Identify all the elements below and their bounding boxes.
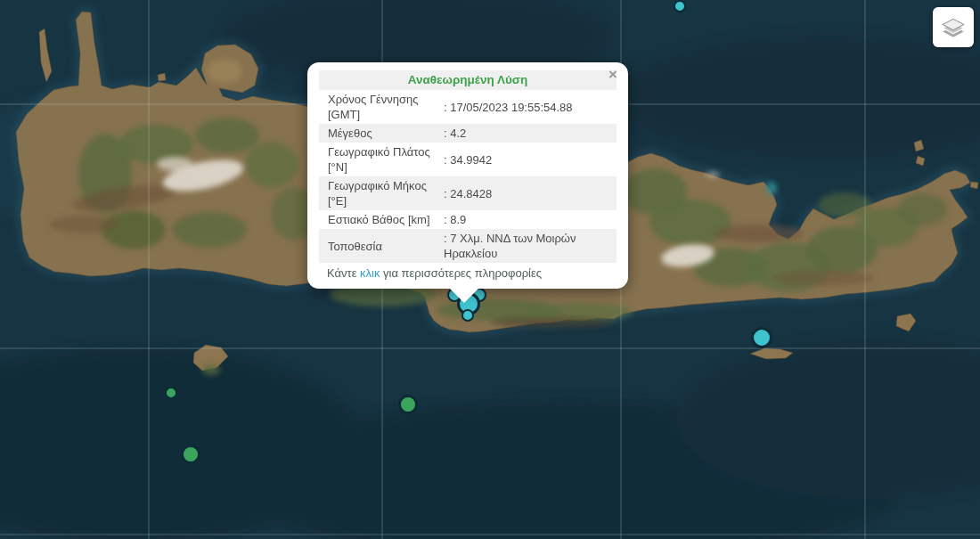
more-info-link[interactable]: κλικ [360, 266, 380, 280]
popup-row-location: Τοποθεσία : 7 Χλμ. ΝΝΔ των Μοιρών Ηρακλε… [319, 229, 617, 263]
row-value: : 8.9 [444, 210, 617, 229]
layers-button[interactable] [933, 7, 974, 47]
earthquake-marker[interactable] [181, 445, 200, 464]
popup-title: Αναθεωρημένη Λύση [319, 70, 617, 90]
popup-footer: Κάντε κλικ για περισσότερες πληροφορίες [307, 263, 628, 289]
row-label: Μέγεθος [319, 124, 444, 143]
row-label: Τοποθεσία [319, 237, 444, 256]
row-label: Χρόνος Γέννησης [GMT] [319, 90, 444, 124]
popup-row-longitude: Γεωγραφικό Μήκος [°E] : 24.8428 [319, 176, 617, 210]
row-value: : 34.9942 [444, 151, 617, 169]
row-label: Γεωγραφικό Μήκος [°E] [319, 176, 444, 210]
earthquake-marker[interactable] [165, 387, 177, 399]
popup-row-origin-time: Χρόνος Γέννησης [GMT] : 17/05/2023 19:55… [319, 90, 617, 124]
footer-text: για περισσότερες πληροφορίες [380, 266, 542, 280]
layers-icon [941, 15, 966, 40]
earthquake-marker[interactable] [674, 0, 686, 12]
close-icon[interactable]: × [604, 66, 622, 84]
earthquake-popup: × Αναθεωρημένη Λύση Χρόνος Γέννησης [GMT… [307, 62, 628, 289]
popup-row-latitude: Γεωγραφικό Πλάτος [°N] : 34.9942 [319, 143, 617, 176]
row-value: : 7 Χλμ. ΝΝΔ των Μοιρών Ηρακλείου [444, 229, 617, 263]
footer-text: Κάντε [327, 266, 360, 280]
row-value: : 4.2 [444, 124, 617, 143]
row-value: : 17/05/2023 19:55:54.88 [444, 98, 617, 117]
popup-row-magnitude: Μέγεθος : 4.2 [319, 124, 617, 143]
popup-table: Αναθεωρημένη Λύση Χρόνος Γέννησης [GMT] … [319, 70, 617, 263]
earthquake-marker[interactable] [461, 309, 474, 322]
row-label: Γεωγραφικό Πλάτος [°N] [319, 143, 444, 176]
map-app: × Αναθεωρημένη Λύση Χρόνος Γέννησης [GMT… [0, 0, 980, 539]
row-value: : 24.8428 [444, 184, 617, 203]
earthquake-marker[interactable] [398, 395, 418, 414]
popup-tip [449, 288, 479, 303]
row-label: Εστιακό Βάθος [km] [319, 210, 444, 229]
earthquake-marker[interactable] [751, 327, 772, 348]
popup-row-depth: Εστιακό Βάθος [km] : 8.9 [319, 210, 617, 229]
